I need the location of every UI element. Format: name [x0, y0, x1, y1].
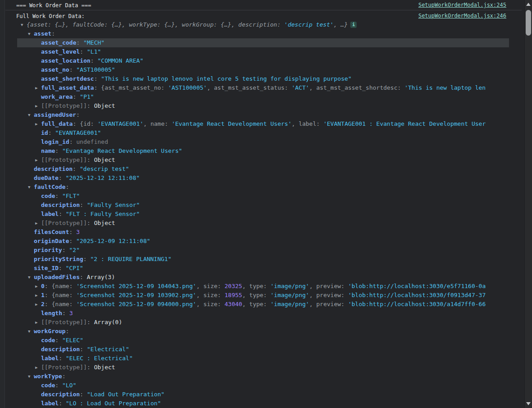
expand-icon[interactable]: ▶	[35, 300, 41, 309]
preview-text: :	[55, 382, 62, 389]
expand-icon[interactable]: ▶	[35, 119, 41, 128]
tree-row-filesCount[interactable]: filesCount: 3	[5, 228, 522, 237]
tree-row-Prototype[interactable]: ▶[[Prototype]]: Object	[5, 219, 522, 228]
tree-row-label[interactable]: label: "LO : Load Out Preparation"	[5, 399, 522, 408]
tree-row-description[interactable]: description: "Load Out Preparation"	[5, 390, 522, 399]
expand-icon[interactable]: ▶	[35, 291, 41, 300]
console-message-row[interactable]: === Work Order Data === SetupWorkOrderMo…	[5, 0, 522, 10]
tree-row-dueDate[interactable]: dueDate: "2025-12-12 12:11:08"	[5, 174, 522, 183]
collapse-icon[interactable]: ▼	[21, 20, 27, 29]
string-value: 'blob:http://localhost:3030/a14d7ff0-66	[348, 301, 486, 307]
string-value: "Evantage React Development Users"	[62, 147, 182, 154]
tree-row-asset_code[interactable]: asset_code: "MECH"	[5, 38, 522, 47]
tree-row-priorityString[interactable]: priorityString: "2 : REQUIRE PLANNING1"	[5, 255, 522, 264]
collapse-icon[interactable]: ▼	[28, 183, 34, 192]
string-value: 'Screenshot 2025-12-09 103902.png'	[76, 292, 196, 298]
preview-text: :	[73, 93, 80, 100]
property-key: asset_code	[41, 39, 76, 46]
property-key: priority	[34, 247, 62, 253]
tree-row-code[interactable]: code: "ELEC"	[5, 336, 522, 345]
tree-row-Prototype[interactable]: ▶[[Prototype]]: Object	[5, 101, 522, 110]
expand-icon[interactable]: ▶	[35, 318, 41, 327]
tree-row-uploadedFiles[interactable]: ▼uploadedFiles: Array(3)	[5, 273, 522, 282]
property-key: dueDate	[34, 174, 59, 181]
preview-text: :	[80, 391, 87, 398]
tree-row-priority[interactable]: priority: "2"	[5, 246, 522, 255]
tree-row-site_ID[interactable]: site_ID: "CPI"	[5, 264, 522, 273]
string-value: "Faulty Sensor"	[87, 202, 140, 208]
tree-row-code[interactable]: code: "LO"	[5, 381, 522, 390]
scroll-up-icon[interactable]	[526, 3, 531, 6]
console-message-row[interactable]: Full Work Order Data: SetupWorkOrderModa…	[5, 10, 522, 408]
tree-row-length[interactable]: length: 3	[5, 309, 522, 318]
scrollbar-thumb[interactable]	[526, 10, 531, 36]
collapse-icon[interactable]: ▼	[28, 327, 34, 336]
tree-row-label[interactable]: label: "ELEC : Electrical"	[5, 354, 522, 363]
string-value: "L1"	[87, 48, 101, 55]
expand-icon[interactable]: ▶	[35, 83, 41, 92]
scrollbar[interactable]	[524, 0, 532, 408]
tree-row-asset[interactable]: ▼asset:	[5, 29, 522, 38]
console-left-gutter	[0, 0, 5, 408]
collapse-icon[interactable]: ▼	[28, 29, 34, 38]
expand-icon[interactable]: ▶	[35, 282, 41, 291]
property-key: site_ID	[34, 265, 59, 271]
property-key: full_data	[41, 120, 73, 127]
tree-row-workGroup[interactable]: ▼workGroup:	[5, 327, 522, 336]
object-preview-row[interactable]: ▼{asset: {…}, faultCode: {…}, workType: …	[5, 20, 522, 29]
preview-text: :	[69, 238, 76, 244]
preview-text: :	[55, 337, 62, 344]
source-link[interactable]: SetupWorkOrderModal.jsx:245	[418, 0, 506, 10]
tree-row-asset_level[interactable]: asset_level: "L1"	[5, 47, 522, 56]
collapse-icon[interactable]: ▼	[28, 110, 34, 119]
property-key: asset_level	[41, 48, 80, 55]
scroll-down-icon[interactable]	[526, 402, 531, 405]
tree-row-Prototype[interactable]: ▶[[Prototype]]: Object	[5, 363, 522, 372]
tree-row-id[interactable]: id: "EVANTAGE001"	[5, 128, 522, 138]
tree-row-0[interactable]: ▶0: {name: 'Screenshot 2025-12-09 104043…	[5, 282, 522, 291]
tree-row-2[interactable]: ▶2: {name: 'Screenshot 2025-12-09 094000…	[5, 300, 522, 309]
string-value: "FLT"	[62, 193, 80, 199]
expand-icon[interactable]: ▶	[35, 363, 41, 372]
tree-row-description[interactable]: description: "Faulty Sensor"	[5, 201, 522, 210]
tree-row-name[interactable]: name: "Evantage React Development Users"	[5, 147, 522, 156]
tree-row-code[interactable]: code: "FLT"	[5, 192, 522, 201]
tree-row-description[interactable]: description: "Electrical"	[5, 345, 522, 354]
tree-row-full_data[interactable]: ▶full_data: {id: 'EVANTAGE001', name: 'E…	[5, 119, 522, 128]
info-icon[interactable]: i	[350, 22, 357, 28]
collapse-icon[interactable]: ▼	[28, 273, 34, 282]
property-key: name	[41, 147, 55, 154]
string-value: "This is new laptop lenovo intel core 5 …	[101, 75, 352, 82]
string-value: 'AST100005'	[168, 84, 207, 91]
source-link[interactable]: SetupWorkOrderModal.jsx:246	[418, 10, 506, 21]
tree-row-asset_no[interactable]: asset_no: "AST100005"	[5, 65, 522, 74]
tree-row-full_asset_data[interactable]: ▶full_asset_data: {ast_mst_asset_no: 'AS…	[5, 83, 522, 92]
tree-row-Prototype[interactable]: ▶[[Prototype]]: Array(0)	[5, 318, 522, 327]
tree-row-description[interactable]: description: "descrip test"	[5, 165, 522, 174]
property-key: originDate	[34, 238, 69, 244]
tree-row-asset_shortdesc[interactable]: asset_shortdesc: "This is new laptop len…	[5, 74, 522, 83]
expand-icon[interactable]: ▶	[35, 219, 41, 228]
collapse-icon[interactable]: ▼	[28, 372, 34, 381]
string-value: "CPI"	[65, 265, 83, 271]
tree-row-login_id[interactable]: login_id: undefined	[5, 138, 522, 147]
preview-text: , ast_mst_asset_shortdesc:	[309, 84, 404, 91]
tree-row-work_area[interactable]: work_area: "P1"	[5, 92, 522, 101]
string-value: "FLT : Faulty Sensor"	[66, 211, 140, 217]
tree-row-originDate[interactable]: originDate: "2025-12-09 12:11:08"	[5, 237, 522, 246]
string-value: "EVANTAGE001"	[55, 129, 101, 136]
tree-row-faultCode[interactable]: ▼faultCode:	[5, 183, 522, 192]
tree-row-1[interactable]: ▶1: {name: 'Screenshot 2025-12-09 103902…	[5, 291, 522, 300]
property-key: id	[41, 129, 48, 136]
console-message-text: Full Work Order Data:	[5, 13, 85, 19]
tree-row-asset_location[interactable]: asset_location: "COMMON AREA"	[5, 56, 522, 65]
tree-row-assignedUser[interactable]: ▼assignedUser:	[5, 110, 522, 119]
tree-row-label[interactable]: label: "FLT : Faulty Sensor"	[5, 210, 522, 219]
property-key: asset	[34, 30, 51, 37]
preview-text: :	[80, 346, 87, 353]
tree-row-Prototype[interactable]: ▶[[Prototype]]: Object	[5, 156, 522, 165]
string-value: "ELEC"	[62, 337, 83, 344]
expand-icon[interactable]: ▶	[35, 156, 41, 165]
tree-row-workType[interactable]: ▼workType:	[5, 372, 522, 381]
expand-icon[interactable]: ▶	[35, 101, 41, 110]
